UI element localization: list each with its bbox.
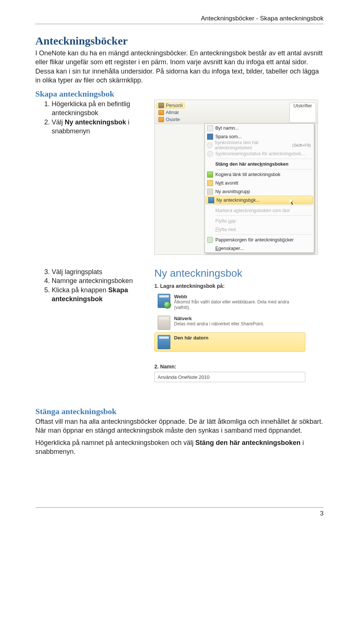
store-option-network[interactable]: Nätverk Delas med andra i nätverket elle… [154,313,305,332]
network-icon [158,316,170,330]
link-icon [205,172,215,178]
notebook-icon [158,103,164,108]
wizard-step-1-label: 1. Lagra anteckningsbok på: [154,283,305,289]
store-option-name: Nätverk [174,316,264,321]
section-icon [158,117,164,122]
step-2-bold: Ny anteckningsbok [65,118,126,126]
step-5-pre: Klicka på knappen [52,286,108,294]
wizard-title: Ny anteckningsbok [154,267,305,279]
menu-recycle-bin[interactable]: Papperskorgen för anteckningsböcker [205,235,314,244]
menu-new-notebook[interactable]: Ny anteckningsbok... [206,196,313,204]
new-section-icon [205,180,215,186]
notebook-name-input[interactable] [154,372,305,382]
menu-sync: Synkronisera den här anteckningsboken (S… [205,141,314,149]
footer-rule [35,507,324,508]
close-paragraph-1: Oftast vill man ha alla anteckningsböcke… [35,417,324,435]
notebook-label: Osorte [166,117,180,122]
step-4: Namnge anteckningsboken [52,276,151,285]
heading-close: Stänga anteckningsbok [35,407,324,416]
menu-move-down: Flytta ned [205,225,314,234]
screenshot-context-menu: Personli Allmär Osorte Utskrifter [154,100,318,255]
section-icon [158,110,164,115]
steps-list-2: Välj lagringsplats Namnge anteckningsbok… [35,267,151,303]
step-2-pre: Välj [52,118,65,126]
save-icon [205,134,215,140]
heading-create: Skapa anteckningsbok [35,89,324,99]
web-icon [158,294,170,308]
store-option-desc: Åtkomst från valfri dator eller webbläsa… [174,299,302,310]
notebook-item-allman[interactable]: Allmär [156,110,185,116]
step-3: Välj lagringsplats [52,267,151,276]
menu-new-section[interactable]: Nytt avsnitt [205,179,314,187]
menu-copy-link[interactable]: Kopiera länk till anteckningsbok [205,170,314,179]
store-option-name: Webb [174,294,302,299]
notebook-item-osort[interactable]: Osorte [156,117,185,123]
sync-status-icon [205,151,215,157]
page-number: 3 [35,510,324,517]
menu-new-section-group[interactable]: Ny avsnittsgrupp [205,187,314,196]
menu-sync-status: Synkroniseringsstatus för anteckningsbok… [205,149,314,158]
header-rule [35,24,324,24]
rename-icon [205,125,215,131]
steps-list-1: Högerklicka på en befintlig anteckningsb… [35,100,151,136]
header-path: Anteckningsböcker - Skapa anteckningsbok [35,15,324,22]
menu-properties[interactable]: Egenskaper... [205,244,314,253]
notebook-item-personlig[interactable]: Personli [156,103,185,108]
new-notebook-icon [206,197,216,203]
recycle-bin-icon [205,237,215,243]
wizard-step-2-label: 2. Namn: [154,364,305,370]
menu-rename[interactable]: Byt namn... [205,124,314,132]
close-p2-a: Högerklicka på namnet på anteckningsboke… [35,439,195,446]
close-p2-bold: Stäng den här anteckningsboken [195,439,300,446]
context-menu: Byt namn... Spara som... Synkronisera de… [205,123,314,253]
menu-move-up: Flytta upp [205,217,314,225]
tab-utskrifter[interactable]: Utskrifter [289,103,316,123]
sync-icon [205,142,215,148]
store-option-name: Den här datorn [174,335,208,341]
heading-1: Anteckningsböcker [35,35,324,47]
screenshot-new-notebook-wizard: Ny anteckningsbok 1. Lagra anteckningsbo… [154,267,305,382]
store-option-web[interactable]: Webb Åtkomst från valfri dator eller web… [154,291,305,313]
notebook-label: Personli [166,103,183,108]
step-5: Klicka på knappen Skapa anteckningsbok [52,286,151,304]
intro-paragraph: I OneNote kan du ha en mängd antecknings… [35,49,324,85]
menu-close-notebook[interactable]: Stäng den här anteckningsboken [205,160,314,168]
new-section-group-icon [205,189,215,195]
menu-mark-read: Markera anteckningsboken som läst [205,206,314,215]
close-paragraph-2: Högerklicka på namnet på anteckningsboke… [35,438,324,456]
store-option-this-pc[interactable]: Den här datorn [154,332,305,352]
notebook-label: Allmär [166,110,179,115]
step-2: Välj Ny anteckningsbok i snabbmenyn [52,118,151,136]
this-pc-icon [158,335,170,349]
store-option-desc: Delas med andra i nätverket eller ShareP… [174,321,264,327]
step-1: Högerklicka på en befintlig anteckningsb… [52,100,151,118]
